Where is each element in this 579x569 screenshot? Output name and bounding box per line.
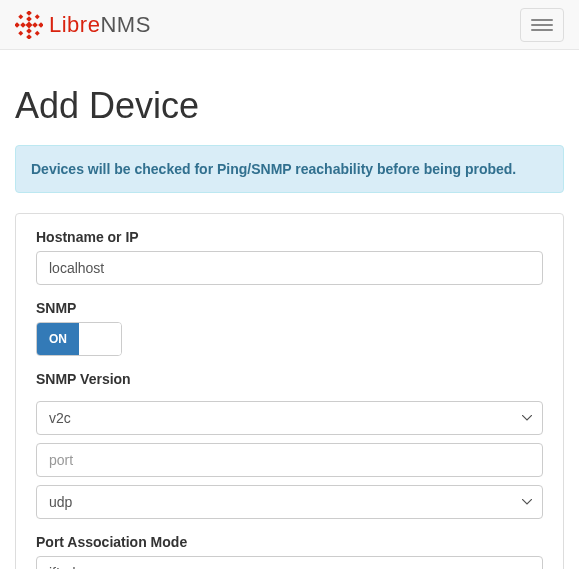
svg-rect-3	[38, 22, 43, 28]
page-title: Add Device	[15, 85, 564, 127]
snmp-port-input[interactable]	[36, 443, 543, 477]
snmp-version-label: SNMP Version	[36, 371, 543, 387]
librenms-logo-icon	[15, 11, 43, 39]
port-assoc-group: Port Association Mode ifIndex	[36, 534, 543, 569]
info-alert: Devices will be checked for Ping/SNMP re…	[15, 145, 564, 193]
svg-rect-11	[32, 22, 38, 28]
snmp-toggle-on: ON	[37, 323, 79, 355]
menu-toggle-button[interactable]	[520, 8, 564, 42]
snmp-toggle-off	[79, 323, 121, 355]
add-device-panel: Hostname or IP SNMP ON SNMP Version v2c …	[15, 213, 564, 569]
svg-rect-2	[15, 22, 20, 28]
svg-rect-1	[26, 34, 32, 39]
svg-rect-5	[35, 14, 40, 19]
svg-rect-10	[20, 22, 26, 28]
snmp-group: SNMP ON	[36, 300, 543, 356]
hostname-input[interactable]	[36, 251, 543, 285]
hostname-label: Hostname or IP	[36, 229, 543, 245]
brand-second: NMS	[100, 12, 150, 37]
svg-rect-6	[18, 30, 23, 35]
svg-rect-7	[35, 30, 40, 35]
panel-body: Hostname or IP SNMP ON SNMP Version v2c …	[16, 214, 563, 569]
hostname-group: Hostname or IP	[36, 229, 543, 285]
snmp-transport-select[interactable]: udp	[36, 485, 543, 519]
snmp-label: SNMP	[36, 300, 543, 316]
svg-rect-4	[18, 14, 23, 19]
brand-first: Libre	[49, 12, 100, 37]
snmp-version-select[interactable]: v2c	[36, 401, 543, 435]
main-container: Add Device Devices will be checked for P…	[0, 50, 579, 569]
snmp-toggle[interactable]: ON	[36, 322, 122, 356]
brand-text: LibreNMS	[49, 12, 151, 38]
snmp-version-group: SNMP Version v2c udp	[36, 371, 543, 519]
brand-link[interactable]: LibreNMS	[15, 11, 151, 39]
port-assoc-label: Port Association Mode	[36, 534, 543, 550]
svg-rect-0	[26, 11, 32, 16]
port-assoc-select[interactable]: ifIndex	[36, 556, 543, 569]
svg-rect-12	[25, 21, 32, 28]
hamburger-icon	[531, 19, 553, 21]
svg-rect-9	[26, 28, 32, 34]
svg-rect-8	[26, 16, 32, 22]
navbar: LibreNMS	[0, 0, 579, 50]
